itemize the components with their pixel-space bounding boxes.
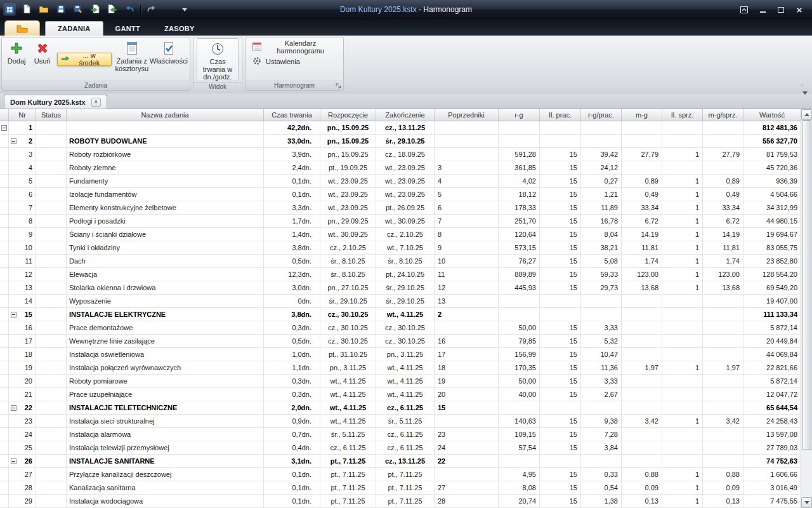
task-row[interactable]: 23Instalacja sieci strukturalnej0,9dn.wt… (0, 415, 801, 428)
cell-rg: 40,00 (499, 388, 540, 401)
save-as-button[interactable] (72, 3, 84, 16)
header-value[interactable]: Wartość (743, 109, 801, 121)
task-row[interactable]: 18Instalacja oświetleniowa1,0dn.pt., 31.… (0, 348, 801, 361)
qat-customize-button[interactable] (180, 3, 189, 16)
new-document-button[interactable] (20, 3, 33, 16)
cell-il-sprz: 1 (662, 241, 703, 255)
task-row[interactable]: 12Elewacja12,3dn.śr., 8.10.25pt., 24.10.… (0, 268, 801, 281)
scrollbar-thumb[interactable] (802, 120, 811, 450)
import-button[interactable] (89, 3, 102, 16)
task-row[interactable]: 142,2dn.pn., 15.09.25cz., 13.11.25812 48… (0, 121, 801, 135)
scroll-down-button[interactable] (801, 497, 812, 508)
header-rg-prac[interactable]: r-g/prac. (581, 109, 622, 121)
close-button[interactable]: × (794, 4, 804, 15)
dialog-launcher-button[interactable] (334, 82, 342, 90)
tasks-from-estimate-button[interactable]: Zadania z kosztorysu (114, 38, 149, 80)
task-row[interactable]: 11Dach0,5dn.śr., 8.10.25śr., 8.10.251076… (0, 255, 801, 268)
task-row[interactable]: 22INSTALACJE TELETECHNICZNE2,0dn.wt., 4.… (0, 401, 801, 415)
task-row[interactable]: 15INSTALACJE ELEKTRYCZNE3,8dn.cz., 30.10… (0, 308, 801, 321)
collapse-icon[interactable] (11, 312, 16, 318)
header-end-date[interactable]: Zakończenie (376, 109, 435, 121)
application-menu-button[interactable] (4, 20, 40, 36)
header-il-prac[interactable]: Il. prac. (540, 109, 581, 121)
tab-gantt[interactable]: GANTT (103, 21, 152, 36)
header-task-name[interactable]: Nazwa zadania (67, 109, 264, 121)
cell-il-prac: 15 (540, 281, 581, 295)
tab-zadania[interactable]: ZADANIA (45, 21, 103, 36)
collapse-icon[interactable] (1, 125, 7, 131)
task-row[interactable]: 9Ściany i ścianki działowe1,4dn.wt., 30.… (0, 228, 801, 241)
header-status[interactable]: Status (36, 109, 67, 121)
collapse-icon[interactable] (11, 405, 16, 411)
maximize-button[interactable] (776, 4, 786, 15)
task-row[interactable]: 14Wyposażenie0dn.śr., 29.10.25śr., 29.10… (0, 295, 801, 308)
cell-rg-prac: 0,27 (581, 175, 622, 188)
task-row[interactable]: 3Roboty rozbiórkowe3,9dn.pn., 15.09.25cz… (0, 148, 801, 161)
cell-end-date: wt., 23.09.25 (376, 188, 435, 201)
task-row[interactable]: 21Prace uzupełniające0,3dn.wt., 4.11.25w… (0, 388, 801, 401)
task-row[interactable]: 8Podłogi i posadzki1,7dn.pn., 29.09.25wt… (0, 215, 801, 228)
task-row[interactable]: 28Kanalizacja sanitarna0,1dn.pt., 7.11.2… (0, 481, 801, 495)
task-row[interactable]: 7Elementy konstrukcyjne żelbetowe3,3dn.w… (0, 201, 801, 215)
task-row[interactable]: 4Roboty ziemne2,4dn.pt., 19.09.25wt., 23… (0, 161, 801, 175)
insert-middle-button[interactable]: ... w środek (57, 53, 112, 66)
delete-task-button[interactable]: Usuń (30, 38, 55, 80)
collapse-icon[interactable] (11, 458, 16, 464)
task-row[interactable]: 20Roboty pomiarowe0,3dn.wt., 4.11.25wt.,… (0, 375, 801, 388)
header-mg[interactable]: m-g (622, 109, 662, 121)
header-mg-sprz[interactable]: m-g/sprz. (703, 109, 743, 121)
header-il-sprz[interactable]: Il. sprz. (662, 109, 703, 121)
ribbon-collapse-button[interactable] (797, 81, 807, 90)
cell-rg: 889,89 (499, 268, 540, 281)
task-row[interactable]: 10Tynki i okładziny3,8dn.cz., 2.10.25wt.… (0, 241, 801, 255)
cell-rg-prac: 11,36 (581, 361, 622, 375)
header-start-date[interactable]: Rozpoczęcie (320, 109, 376, 121)
cell-il-sprz (662, 321, 703, 335)
header-nr[interactable]: Nr (9, 109, 36, 121)
cell-il-prac (540, 135, 581, 148)
task-row[interactable]: 5Fundamenty0,1dn.wt., 23.09.25wt., 23.09… (0, 175, 801, 188)
ribbon-display-options-button[interactable] (739, 4, 749, 15)
task-row[interactable]: 17Wewnętrzne linie zasilające0,5dn.cz., … (0, 335, 801, 348)
scroll-up-button[interactable] (801, 109, 812, 120)
task-row[interactable]: 24Instalacja alarmowa0,7dn.śr., 5.11.25c… (0, 428, 801, 441)
undo-button[interactable] (123, 3, 136, 16)
save-button[interactable] (55, 3, 67, 16)
cell-tree (0, 308, 9, 321)
task-row[interactable]: 26INSTALACJE SANITARNE3,1dn.pt., 7.11.25… (0, 455, 801, 468)
task-row[interactable]: 16Prace demontażowe0,3dn.cz., 30.10.25cz… (0, 321, 801, 335)
cell-rg-prac: 0,33 (581, 468, 622, 481)
vertical-scrollbar[interactable] (801, 109, 812, 508)
header-predecessors[interactable]: Poprzedniki (435, 109, 499, 121)
collapse-icon[interactable] (11, 138, 16, 144)
task-row[interactable]: 13Stolarka okienna i drzwiowa3,0dn.pn., … (0, 281, 801, 295)
task-row[interactable]: 19Instalacja połączeń wyrównawczych1,1dn… (0, 361, 801, 375)
document-list-dropdown[interactable] (801, 93, 809, 105)
header-duration[interactable]: Czas trwania (264, 109, 320, 121)
task-row[interactable]: 25Instalacja telewizji przemysłowej0,4dn… (0, 441, 801, 455)
task-row[interactable]: 27Przyłącze kanalizacji deszczowej0,1dn.… (0, 468, 801, 481)
minimize-button[interactable] (757, 4, 768, 15)
settings-button[interactable]: Ustawienia (250, 55, 304, 67)
task-row[interactable]: 2ROBOTY BUDOWLANE33,0dn.pn., 15.09.25śr.… (0, 135, 801, 148)
tab-zasoby[interactable]: ZASOBY (152, 21, 207, 36)
duration-display-button[interactable]: Czas trwania w dn./godz. (197, 38, 239, 81)
export-button[interactable] (106, 3, 119, 16)
cell-duration: 0,3dn. (264, 388, 320, 401)
cell-il-prac: 15 (540, 468, 581, 481)
close-document-icon[interactable]: × (91, 98, 101, 107)
app-icon[interactable] (3, 3, 16, 16)
add-task-button[interactable]: Dodaj (3, 38, 30, 80)
toolbar-separator (140, 5, 141, 14)
cell-status (36, 348, 67, 361)
redo-button[interactable] (145, 3, 158, 16)
cell-mg-sprz: 0,49 (703, 188, 743, 201)
task-row[interactable]: 6Izolacje fundamentów0,1dn.wt., 23.09.25… (0, 188, 801, 201)
document-tab[interactable]: Dom Kultury 2025.kstx × (4, 95, 107, 109)
schedule-calendar-button[interactable]: Kalendarz harmonogramu (250, 41, 339, 53)
cell-rg-prac: 16,78 (581, 215, 622, 228)
header-rg[interactable]: r-g (499, 109, 540, 121)
task-row[interactable]: 29Instalacja wodociągowa0,1dn.pt., 7.11.… (0, 495, 801, 508)
properties-button[interactable]: Właściwości (149, 38, 188, 80)
open-button[interactable] (37, 3, 50, 16)
